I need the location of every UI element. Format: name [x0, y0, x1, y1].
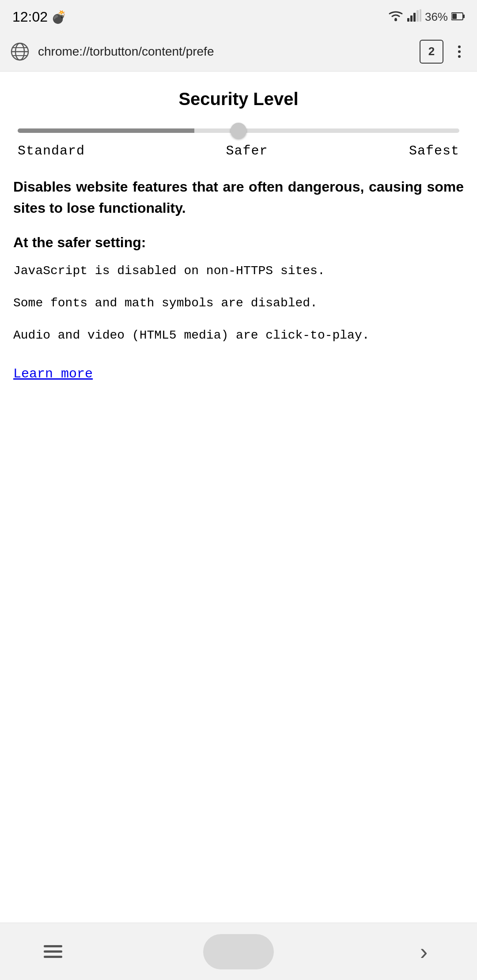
timer-icon: 💣: [51, 10, 67, 24]
status-icons: 36%: [388, 9, 465, 25]
tab-count[interactable]: 2: [420, 40, 443, 64]
page-title: Security Level: [13, 89, 464, 109]
section-heading: At the safer setting:: [13, 234, 464, 251]
battery-percent: 36%: [425, 10, 448, 24]
status-time: 12:02 💣: [12, 9, 67, 25]
back-icon: ‹: [420, 939, 428, 965]
label-safest: Safest: [409, 143, 459, 158]
svg-rect-5: [420, 9, 421, 22]
browser-bar: chrome://torbutton/content/prefe 2: [0, 32, 477, 72]
status-bar: 12:02 💣 36%: [0, 0, 477, 32]
main-content: Security Level Standard Safer Safest Dis…: [0, 72, 477, 923]
learn-more-link[interactable]: Learn more: [13, 366, 93, 381]
svg-rect-7: [463, 15, 465, 18]
security-level-slider[interactable]: [18, 128, 459, 133]
svg-rect-4: [416, 10, 419, 22]
wifi-icon: [388, 9, 404, 25]
svg-rect-8: [452, 14, 457, 19]
nav-home-button[interactable]: [203, 934, 274, 969]
svg-point-0: [394, 19, 397, 21]
security-slider-container: [18, 127, 459, 135]
slider-labels: Standard Safer Safest: [18, 143, 459, 158]
globe-icon: [9, 41, 31, 63]
more-menu-button[interactable]: [450, 45, 468, 58]
svg-rect-2: [410, 15, 413, 22]
feature-item-1: JavaScript is disabled on non-HTTPS site…: [13, 261, 464, 281]
nav-back-button[interactable]: ‹: [406, 934, 442, 969]
feature-item-2: Some fonts and math symbols are disabled…: [13, 294, 464, 313]
nav-menu-button[interactable]: [35, 934, 71, 969]
bottom-nav: ‹: [0, 923, 477, 980]
hamburger-icon: [44, 945, 62, 958]
feature-item-3: Audio and video (HTML5 media) are click-…: [13, 326, 464, 346]
svg-rect-3: [413, 13, 416, 22]
description-text: Disables website features that are often…: [13, 176, 464, 219]
signal-icon: [407, 9, 421, 25]
label-standard: Standard: [18, 143, 85, 158]
svg-rect-1: [407, 18, 409, 22]
label-safer: Safer: [226, 143, 268, 158]
url-bar[interactable]: chrome://torbutton/content/prefe: [38, 45, 413, 59]
battery-icon: [451, 10, 465, 24]
